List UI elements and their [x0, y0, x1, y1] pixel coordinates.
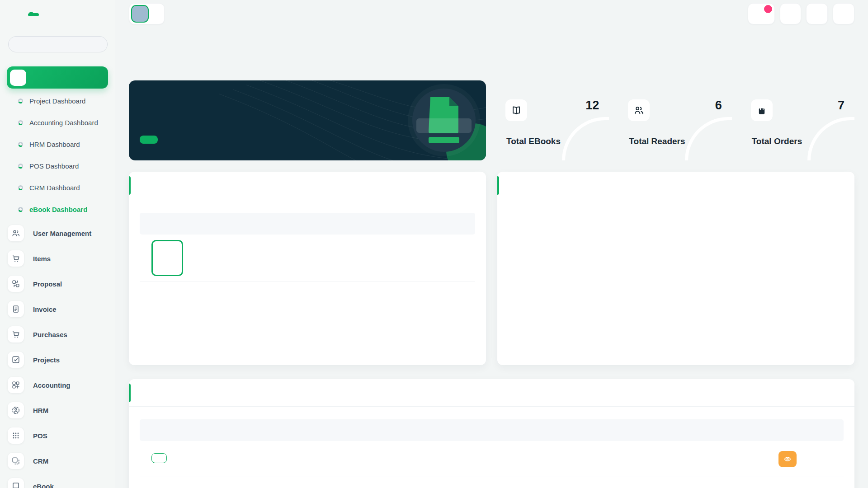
bag-icon	[751, 99, 773, 121]
sidebar-item-label: eBook	[33, 483, 54, 488]
store-link-button[interactable]	[140, 136, 158, 144]
stat-corner-shape	[685, 117, 732, 160]
bullet-donut-icon	[18, 120, 23, 125]
sidebar-subitem-label: eBook Dashboard	[29, 206, 87, 213]
messages-button[interactable]	[748, 3, 775, 24]
stat-cards: 12 Total EBooks 6 Total Readers 7 Total …	[497, 80, 854, 160]
logo-dash	[28, 13, 39, 16]
sidebar-item-dashboard[interactable]	[7, 66, 108, 89]
sidebar-item-label: HRM	[33, 407, 48, 414]
projects-icon	[8, 352, 24, 368]
stat-corner-shape	[807, 117, 854, 160]
dashboard-submenu: Project Dashboard Accounting Dashboard H…	[0, 90, 115, 220]
stat-value: 6	[715, 99, 722, 113]
bullet-donut-icon	[18, 142, 23, 147]
sidebar-item[interactable]: HRM	[0, 398, 115, 423]
sidebar-subitem[interactable]: HRM Dashboard	[0, 133, 115, 155]
sidebar-subitem[interactable]: eBook Dashboard	[0, 198, 115, 220]
cart-icon	[8, 250, 24, 267]
sidebar-subitem[interactable]: POS Dashboard	[0, 155, 115, 177]
search-input[interactable]	[18, 41, 102, 48]
table-row	[140, 235, 475, 282]
stat-card: 12 Total EBooks	[497, 80, 609, 160]
sidebar-item[interactable]: CRM	[0, 448, 115, 474]
ebook-icon	[8, 478, 24, 488]
sidebar-item[interactable]: Invoice	[0, 296, 115, 322]
sidebar-item[interactable]: User Management	[0, 221, 115, 246]
sidebar-subitem-label: POS Dashboard	[29, 162, 79, 170]
eye-icon	[783, 455, 792, 463]
sidebar-item[interactable]: Purchases	[0, 322, 115, 347]
language-selector[interactable]	[833, 3, 854, 24]
notification-badge	[764, 5, 772, 13]
order-id-link[interactable]	[151, 453, 167, 463]
sidebar-item[interactable]: Proposal	[0, 271, 115, 296]
topbar	[129, 3, 854, 24]
top-ebooks-card	[129, 172, 486, 365]
stat-card: 6 Total Readers	[620, 80, 731, 160]
sidebar-menu: User Management Items Proposal Invoice	[0, 221, 115, 488]
sidebar-subitem[interactable]: Accounting Dashboard	[0, 112, 115, 133]
sidebar-item-label: Projects	[33, 356, 60, 364]
stat-label: Total Readers	[629, 136, 685, 146]
sidebar-item-label: POS	[33, 432, 47, 440]
ebook-dashboard-app: Project Dashboard Accounting Dashboard H…	[0, 0, 868, 488]
accent-bar	[129, 176, 131, 195]
bullet-donut-icon	[18, 207, 23, 212]
workspace-avatar-building-icon	[131, 5, 149, 23]
sidebar: Project Dashboard Accounting Dashboard H…	[0, 0, 115, 488]
card-header	[497, 172, 854, 199]
workdo-banner	[129, 80, 486, 160]
users-icon	[8, 225, 24, 241]
sidebar-item[interactable]: Items	[0, 246, 115, 271]
emblem-label	[416, 118, 472, 133]
orders-area-chart	[497, 199, 854, 365]
sidebar-item-label: User Management	[33, 230, 91, 237]
decor-blob	[792, 115, 802, 127]
card-header	[129, 172, 486, 199]
proposal-icon	[8, 276, 24, 292]
table-body	[140, 441, 844, 477]
app-menu-button[interactable]	[806, 3, 828, 24]
sidebar-subitem-label: Accounting Dashboard	[29, 119, 98, 127]
ebook-emblem	[412, 89, 476, 152]
bullet-donut-icon	[18, 99, 23, 103]
sidebar-item-label: Purchases	[33, 331, 67, 338]
accent-bar	[497, 176, 499, 195]
table-header-row	[140, 213, 475, 235]
table-header-row	[140, 419, 844, 441]
stat-label: Total EBooks	[506, 136, 561, 146]
stat-value: 12	[585, 99, 599, 113]
sidebar-item-label: Invoice	[33, 305, 57, 313]
view-order-button[interactable]	[778, 451, 797, 467]
sidebar-item-label: Proposal	[33, 280, 62, 288]
sidebar-item[interactable]: POS	[0, 423, 115, 448]
sidebar-subitem-label: Project Dashboard	[29, 97, 85, 105]
sidebar-item[interactable]: Projects	[0, 347, 115, 372]
sidebar-subitem[interactable]: CRM Dashboard	[0, 177, 115, 198]
decor-blob	[669, 115, 679, 127]
stat-corner-shape	[562, 117, 609, 160]
card-header	[129, 379, 854, 407]
sidebar-subitem-label: CRM Dashboard	[29, 184, 80, 192]
app-logo[interactable]	[29, 12, 39, 16]
home-icon	[10, 70, 26, 86]
stat-label: Total Orders	[752, 136, 802, 146]
stat-card: 7 Total Orders	[743, 80, 854, 160]
sidebar-search	[8, 36, 108, 52]
table-body	[140, 235, 475, 282]
accent-bar	[129, 384, 131, 402]
users-icon	[628, 99, 650, 121]
purchases-icon	[8, 326, 24, 343]
decor-blob	[776, 99, 790, 123]
sidebar-item[interactable]: eBook	[0, 474, 115, 488]
topbar-actions	[748, 3, 854, 24]
stat-value: 7	[838, 99, 844, 113]
create-workspace-button[interactable]	[780, 3, 801, 24]
ebook-orders-chart-card	[497, 172, 854, 365]
workspace-selector[interactable]	[129, 3, 165, 24]
recent-orders-card	[129, 379, 854, 488]
sidebar-item[interactable]: Accounting	[0, 372, 115, 398]
sidebar-subitem[interactable]: Project Dashboard	[0, 90, 115, 112]
decor-blob	[531, 99, 544, 123]
